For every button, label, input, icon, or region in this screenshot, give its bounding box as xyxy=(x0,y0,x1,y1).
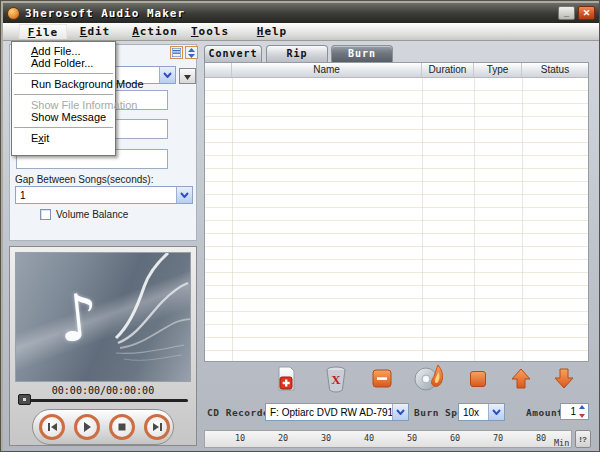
spin-up-icon[interactable] xyxy=(579,405,585,409)
move-up-icon xyxy=(510,367,532,391)
menu-item-add-folder[interactable]: Add Folder... xyxy=(12,57,115,69)
chevron-down-icon[interactable] xyxy=(159,67,175,83)
album-art: ♪ xyxy=(15,252,191,382)
gap-label: Gap Between Songs(seconds): xyxy=(15,174,153,185)
column-header-name[interactable]: Name xyxy=(232,63,422,77)
menu-help[interactable]: Help xyxy=(249,24,295,39)
spin-down-icon[interactable] xyxy=(579,414,585,418)
seek-slider[interactable] xyxy=(18,399,188,402)
menu-separator xyxy=(14,73,113,74)
menu-file[interactable]: File xyxy=(19,24,67,39)
burn-button[interactable] xyxy=(413,361,443,393)
menu-item-add-file[interactable]: Add File... xyxy=(12,45,115,57)
chevron-down-icon[interactable] xyxy=(176,187,192,203)
menubar: File Edit Action Tools Help xyxy=(3,23,599,41)
playlist-view-button[interactable] xyxy=(170,46,183,59)
tab-rip[interactable]: Rip xyxy=(266,45,328,62)
clear-list-icon: X xyxy=(323,365,349,393)
clear-list-button[interactable]: X xyxy=(321,363,351,395)
cd-recorder-combobox[interactable]: F: Optiarc DVD RW AD-7910A xyxy=(265,403,409,421)
next-button[interactable] xyxy=(144,414,170,440)
file-list-table: Name Duration Type Status xyxy=(204,62,589,362)
menu-item-run-background-mode[interactable]: Run Background Mode xyxy=(12,78,115,90)
sort-arrows-icon xyxy=(187,48,196,58)
player-controls xyxy=(32,409,174,445)
tab-convert[interactable]: Convert xyxy=(204,45,262,62)
titlebar: 3herosoft Audio Maker _ ✕ xyxy=(3,3,599,23)
add-file-icon xyxy=(273,365,299,393)
time-display: 00:00:00/00:00:00 xyxy=(10,385,196,396)
move-down-button[interactable] xyxy=(549,363,579,395)
close-button[interactable]: ✕ xyxy=(578,6,595,20)
sort-button[interactable] xyxy=(185,46,198,59)
burn-disc-icon xyxy=(413,363,443,391)
move-up-button[interactable] xyxy=(506,363,536,395)
next-icon xyxy=(152,422,163,432)
menu-separator xyxy=(14,127,113,128)
play-button[interactable] xyxy=(74,414,100,440)
gap-combobox[interactable]: 1 xyxy=(15,186,193,204)
window-title: 3herosoft Audio Maker xyxy=(25,7,555,20)
amount-stepper[interactable]: 1 xyxy=(560,403,589,420)
play-icon xyxy=(83,422,92,432)
volume-balance-label: Volume Balance xyxy=(56,209,128,220)
volume-balance-checkbox[interactable] xyxy=(40,209,51,220)
stop-playback-icon xyxy=(118,423,126,431)
menu-item-show-file-information: Show File Information xyxy=(12,99,115,111)
tab-burn[interactable]: Burn xyxy=(331,45,393,62)
file-menu-popup: Add File... Add Folder... Run Background… xyxy=(11,41,116,156)
volume-balance-row: Volume Balance xyxy=(40,209,128,220)
column-header-status[interactable]: Status xyxy=(522,63,588,77)
previous-icon xyxy=(47,422,58,432)
menu-item-exit[interactable]: Exit xyxy=(12,132,115,144)
preview-panel: ♪ 00:00:00/00:00:00 xyxy=(9,246,197,446)
table-body[interactable] xyxy=(205,78,588,361)
chevron-down-icon[interactable] xyxy=(392,404,408,420)
svg-text:X: X xyxy=(331,372,341,387)
table-header: Name Duration Type Status xyxy=(205,63,588,78)
seek-slider-handle[interactable] xyxy=(18,394,31,405)
stop-icon xyxy=(469,370,487,388)
previous-button[interactable] xyxy=(39,414,65,440)
chevron-down-icon[interactable] xyxy=(488,404,504,420)
menu-action[interactable]: Action xyxy=(129,24,181,39)
remove-button[interactable] xyxy=(367,363,397,395)
capacity-ruler: 10 20 30 40 50 60 70 80 Min xyxy=(204,430,572,448)
amount-value: 1 xyxy=(570,406,576,417)
content-area: Gap Between Songs(seconds): 1 Volume Bal… xyxy=(3,41,599,451)
app-icon xyxy=(7,7,20,20)
menu-separator xyxy=(14,94,113,95)
list-icon xyxy=(172,48,181,57)
menu-edit[interactable]: Edit xyxy=(73,24,117,39)
remove-icon xyxy=(371,368,393,390)
add-file-button[interactable] xyxy=(271,363,301,395)
app-window: 3herosoft Audio Maker _ ✕ File Edit Acti… xyxy=(0,0,600,452)
stop-playback-button[interactable] xyxy=(109,414,135,440)
ruler-unit: Min xyxy=(554,438,569,448)
column-header-type[interactable]: Type xyxy=(474,63,522,77)
dropdown-arrow-icon xyxy=(184,71,191,82)
profile-options-button[interactable] xyxy=(179,68,196,84)
menu-tools[interactable]: Tools xyxy=(187,24,233,39)
about-button[interactable]: !? xyxy=(575,430,591,448)
menu-item-show-message[interactable]: Show Message xyxy=(12,111,115,123)
stop-burn-button[interactable] xyxy=(463,363,493,395)
move-down-icon xyxy=(553,367,575,391)
column-header-duration[interactable]: Duration xyxy=(422,63,474,77)
column-header-blank[interactable] xyxy=(205,63,232,77)
minimize-button[interactable]: _ xyxy=(558,6,575,20)
swirl-decoration xyxy=(16,253,191,382)
burn-speed-combobox[interactable]: 10x xyxy=(458,403,505,421)
